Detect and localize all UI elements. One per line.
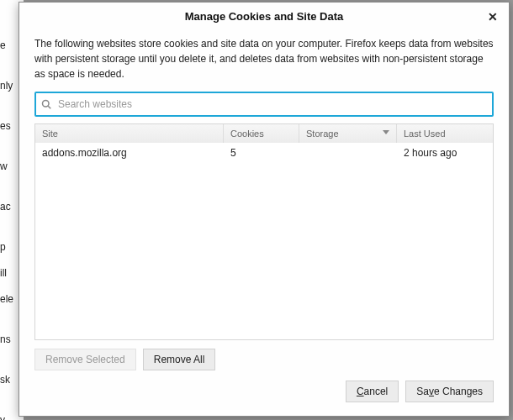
row-action-buttons: Remove Selected Remove All [19, 340, 509, 381]
dialog-footer: Cancel Save Changes [19, 381, 509, 416]
dialog-titlebar: Manage Cookies and Site Data ✕ [19, 3, 509, 31]
sort-indicator-icon [383, 130, 389, 134]
dialog-title: Manage Cookies and Site Data [185, 10, 344, 23]
search-field-wrapper[interactable] [34, 92, 494, 117]
table-body: addons.mozilla.org 5 2 hours ago [35, 143, 493, 339]
cell-lastused: 2 hours ago [397, 147, 493, 159]
search-icon [41, 99, 51, 109]
search-input[interactable] [56, 97, 487, 111]
close-icon[interactable]: ✕ [482, 6, 504, 28]
table-row[interactable]: addons.mozilla.org 5 2 hours ago [35, 143, 493, 163]
col-header-storage[interactable]: Storage [299, 124, 397, 143]
cell-site: addons.mozilla.org [35, 147, 224, 159]
save-changes-button[interactable]: Save Changes [405, 381, 494, 402]
dialog-description: The following websites store cookies and… [34, 36, 494, 81]
svg-point-0 [43, 101, 50, 108]
manage-cookies-dialog: Manage Cookies and Site Data ✕ The follo… [19, 2, 510, 417]
sites-table: Site Cookies Storage Last Used addons.mo… [34, 123, 494, 340]
col-header-lastused[interactable]: Last Used [397, 124, 493, 143]
cell-cookies: 5 [224, 147, 299, 159]
svg-line-1 [48, 106, 50, 108]
table-header-row: Site Cookies Storage Last Used [35, 124, 493, 143]
cancel-button[interactable]: Cancel [346, 381, 399, 402]
remove-all-button[interactable]: Remove All [143, 349, 216, 370]
col-header-site[interactable]: Site [35, 124, 224, 143]
col-header-cookies[interactable]: Cookies [224, 124, 299, 143]
remove-selected-button[interactable]: Remove Selected [34, 349, 136, 370]
